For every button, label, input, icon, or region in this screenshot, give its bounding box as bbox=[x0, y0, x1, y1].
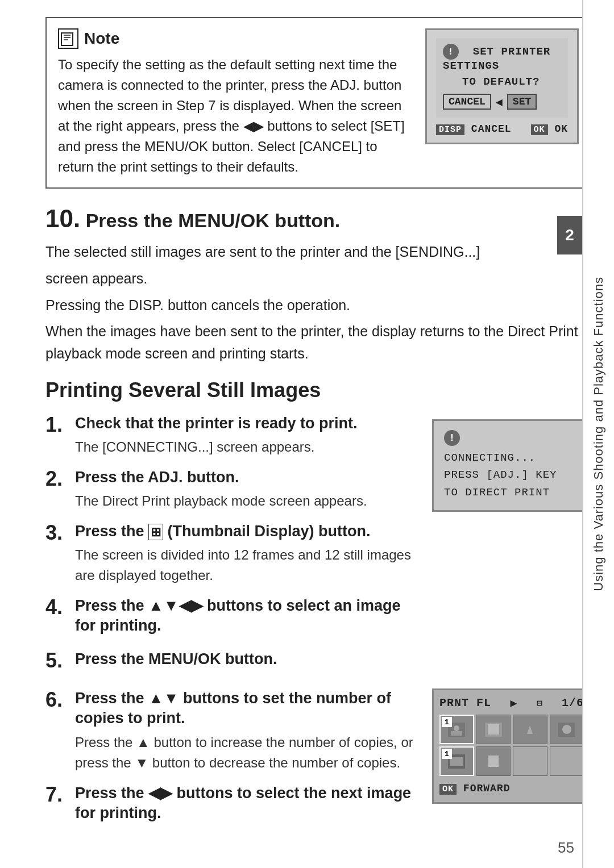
thumbnail-grid: 1 1 bbox=[439, 715, 584, 776]
step-3-desc: The screen is divided into 12 frames and… bbox=[75, 545, 421, 586]
step-7-heading: Press the ◀▶ buttons to select the next … bbox=[75, 783, 421, 823]
thumb-7 bbox=[513, 746, 547, 776]
step-6-number: 6. bbox=[45, 688, 66, 711]
thumb-4 bbox=[550, 715, 584, 744]
connecting-screen-area: ! CONNECTING... PRESS [ADJ.] KEY TO DIRE… bbox=[432, 414, 591, 512]
note-screen-image: ! SET PRINTER SETTINGS TO DEFAULT? CANCE… bbox=[425, 28, 579, 144]
steps-1-3-area: 1. Check that the printer is ready to pr… bbox=[45, 414, 591, 683]
step-1-heading: Check that the printer is ready to print… bbox=[75, 414, 421, 433]
print-screen: PRNT FL ▶ ⊟ 1/6 1 bbox=[432, 688, 591, 804]
svg-point-5 bbox=[454, 725, 459, 731]
step-4: 4. Press the ▲▼◀▶ buttons to select an i… bbox=[45, 596, 421, 639]
arrow-left-icon: ◀ bbox=[496, 95, 503, 109]
step-5-heading: Press the MENU/OK button. bbox=[75, 649, 421, 669]
note-box: Note To specify the setting as the defau… bbox=[45, 17, 591, 189]
prnt-fl-label: PRNT FL bbox=[439, 696, 491, 710]
note-icon bbox=[58, 28, 78, 49]
forward-label: FORWARD bbox=[463, 783, 511, 794]
thumb-3 bbox=[513, 715, 547, 744]
step-3-number: 3. bbox=[45, 521, 66, 544]
play-icon: ▶ bbox=[510, 696, 517, 710]
step-6-heading: Press the ▲▼ buttons to set the number o… bbox=[75, 688, 421, 728]
step-10-desc4: When the images have been sent to the pr… bbox=[45, 320, 591, 365]
cancel-option: CANCEL bbox=[443, 94, 491, 110]
thumb-2 bbox=[476, 715, 511, 744]
thumb-5: 1 bbox=[439, 746, 474, 776]
screen1-title: ! SET PRINTER SETTINGS bbox=[443, 44, 561, 72]
step-6: 6. Press the ▲▼ buttons to set the numbe… bbox=[45, 688, 421, 773]
svg-rect-6 bbox=[451, 731, 462, 736]
ok-label: OK bbox=[554, 123, 568, 135]
sidebar: Using the Various Shooting and Playback … bbox=[582, 0, 614, 868]
step-2-number: 2. bbox=[45, 468, 66, 490]
print-screen-area: PRNT FL ▶ ⊟ 1/6 1 bbox=[432, 688, 591, 804]
thumb-icon: ⊟ bbox=[537, 698, 543, 709]
step-3: 3. Press the ⊞ (Thumbnail Display) butto… bbox=[45, 521, 421, 586]
conn-line3: TO DIRECT PRINT bbox=[444, 484, 579, 501]
note-label: Note bbox=[84, 30, 119, 48]
page-number: 55 bbox=[558, 839, 574, 857]
step-10-desc3: Pressing the DISP. button cancels the op… bbox=[45, 294, 591, 316]
step-1-number: 1. bbox=[45, 414, 66, 436]
conn-line1: CONNECTING... bbox=[444, 449, 579, 466]
thumb-1: 1 bbox=[439, 715, 474, 744]
step-2-desc: The Direct Print playback mode screen ap… bbox=[75, 491, 421, 511]
step-10-heading: 10. Press the MENU/OK button. bbox=[45, 205, 591, 233]
step-2: 2. Press the ADJ. button. The Direct Pri… bbox=[45, 468, 421, 511]
step-5: 5. Press the MENU/OK button. bbox=[45, 649, 421, 673]
step-5-number: 5. bbox=[45, 649, 66, 672]
ok-badge-print: OK bbox=[439, 784, 457, 795]
ok-badge: OK bbox=[531, 124, 548, 135]
page-counter: 1/6 bbox=[562, 696, 584, 710]
step-3-heading: Press the ⊞ (Thumbnail Display) button. bbox=[75, 521, 421, 541]
alert-icon: ! bbox=[443, 44, 459, 60]
disp-badge: DISP bbox=[436, 124, 464, 135]
note-text: To specify the setting as the default se… bbox=[58, 55, 414, 177]
svg-rect-16 bbox=[488, 756, 499, 767]
section-title: Printing Several Still Images bbox=[45, 378, 591, 402]
step-6-desc1: Press the ▲ button to increase the numbe… bbox=[75, 732, 421, 773]
print-footer: OK FORWARD bbox=[439, 781, 584, 796]
screen1-title2: TO DEFAULT? bbox=[443, 76, 561, 88]
set-option: SET bbox=[507, 94, 537, 110]
steps-6-7-area: 6. Press the ▲▼ buttons to set the numbe… bbox=[45, 688, 591, 836]
svg-rect-8 bbox=[488, 724, 499, 735]
step-7-number: 7. bbox=[45, 783, 66, 806]
step-2-heading: Press the ADJ. button. bbox=[75, 468, 421, 487]
sidebar-text: Using the Various Shooting and Playback … bbox=[591, 277, 606, 591]
step-10-desc1: The selected still images are sent to th… bbox=[45, 241, 591, 263]
svg-point-12 bbox=[562, 725, 571, 734]
thumb-8 bbox=[550, 746, 584, 776]
connecting-alert-icon: ! bbox=[444, 430, 460, 446]
step-1: 1. Check that the printer is ready to pr… bbox=[45, 414, 421, 457]
connecting-screen: ! CONNECTING... PRESS [ADJ.] KEY TO DIRE… bbox=[432, 419, 591, 512]
step-4-heading: Press the ▲▼◀▶ buttons to select an imag… bbox=[75, 596, 421, 636]
step-7: 7. Press the ◀▶ buttons to select the ne… bbox=[45, 783, 421, 827]
step-1-desc: The [CONNECTING...] screen appears. bbox=[75, 437, 421, 457]
step-10-desc2: screen appears. bbox=[45, 268, 591, 290]
thumb-6 bbox=[476, 746, 511, 776]
chapter-tab: 2 bbox=[557, 216, 582, 254]
cancel-label: CANCEL bbox=[471, 123, 512, 135]
conn-line2: PRESS [ADJ.] KEY bbox=[444, 466, 579, 483]
arrow-icon: ◀▶ bbox=[243, 118, 268, 133]
step-4-number: 4. bbox=[45, 596, 66, 619]
